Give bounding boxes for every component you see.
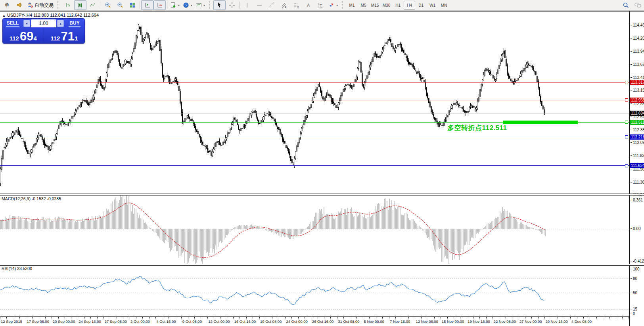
alert-horn-button[interactable]	[13, 0, 25, 10]
line-chart-button[interactable]	[86, 0, 99, 10]
price-line-badge: 111.634	[630, 163, 644, 168]
scale-tick-label: 113.675	[631, 62, 644, 67]
indicators-dropdown-icon[interactable]: ▾	[178, 4, 180, 7]
timeframe-m30-button[interactable]: M30	[381, 1, 392, 10]
collapse-panel-icon[interactable]: ▲	[2, 14, 6, 17]
arrows-dropdown-icon[interactable]: ▾	[336, 4, 338, 7]
svg-text:E: E	[285, 6, 286, 8]
lot-size-input[interactable]: 1.00	[31, 19, 56, 27]
scale-tick-label: 0	[631, 312, 635, 316]
time-tick-label: 29 Nov 16:00	[545, 319, 568, 324]
search-button[interactable]	[619, 0, 632, 10]
timeframe-h1-button[interactable]: H1	[392, 1, 404, 10]
time-tick-label: 4 Dec 08:00	[571, 319, 592, 324]
scale-tick-label: 114.205	[631, 36, 644, 40]
indicators-button[interactable]: ▾	[169, 0, 181, 10]
scale-tick-label: 80	[631, 276, 637, 281]
templates-button[interactable]: ▾	[194, 0, 207, 10]
time-tick-label: 17 Sep 08:00	[27, 319, 49, 324]
scale-tick-label: 112.095	[631, 140, 644, 145]
time-tick-label: 19 Nov 16:00	[468, 319, 490, 324]
timeframe-m5-button[interactable]: M5	[358, 1, 369, 10]
svg-text:F: F	[297, 6, 299, 8]
time-tick-label: 24 Oct 00:00	[286, 319, 307, 324]
fibonacci-retracement-icon: F	[293, 2, 299, 8]
time-tick-label: 7 Nov 16:00	[390, 319, 410, 324]
svg-text:A: A	[307, 3, 310, 8]
sell-price[interactable]: 112694	[3, 28, 44, 43]
scale-tick-label: 113.410	[631, 75, 644, 80]
templates-dropdown-icon[interactable]: ▾	[203, 4, 205, 7]
chart-canvas[interactable]	[0, 12, 629, 326]
timeframe-m1-button[interactable]: M1	[346, 1, 358, 10]
autotrading-icon	[27, 2, 33, 8]
scale-tick-label: 111.830	[631, 153, 644, 158]
tile-windows-button[interactable]	[126, 0, 138, 10]
candlestick-chart-icon	[77, 2, 84, 8]
shift-end-of-chart-icon	[144, 2, 151, 8]
tile-windows-icon	[129, 2, 136, 8]
chat-icon	[634, 2, 642, 8]
zoom-in-button[interactable]	[102, 0, 114, 10]
price-line-badge: 113.317	[630, 80, 644, 85]
buy-button[interactable]: BUY	[65, 19, 84, 28]
bar-chart-icon	[65, 2, 71, 8]
toolbar-grip[interactable]	[342, 1, 345, 9]
timeframe-h4-button[interactable]: H4	[404, 1, 415, 10]
arrows-button[interactable]: ▾	[327, 0, 339, 10]
price-scale[interactable]: 114.465114.205113.940113.675113.410113.1…	[629, 12, 644, 326]
sell-button[interactable]: SELL	[3, 19, 23, 28]
time-tick-label: 12 Sep 2018	[1, 319, 22, 324]
buy-price[interactable]: 112711	[44, 28, 85, 43]
price-line-badge: 112.694	[630, 111, 644, 116]
horizontal-line-button[interactable]	[253, 0, 265, 10]
timeframe-m15-button[interactable]: M15	[369, 1, 381, 10]
timeframe-mn-button[interactable]: MN	[438, 1, 450, 10]
periods-icon	[183, 2, 189, 8]
vertical-line-button[interactable]	[241, 0, 253, 10]
periods-button[interactable]: ▾	[181, 0, 194, 10]
equidistant-channel-button[interactable]: E	[278, 0, 290, 10]
new-order-button[interactable]: 单	[1, 0, 13, 10]
toolbar-separator	[239, 2, 240, 9]
toolbar-grip[interactable]	[58, 1, 60, 9]
crosshair-button[interactable]	[226, 0, 238, 10]
time-axis[interactable]: 12 Sep 201817 Sep 08:0020 Sep 00:0024 Se…	[0, 319, 629, 326]
indicators-icon	[170, 2, 176, 8]
pivot-annotation: 多空转折点112.511	[447, 123, 507, 132]
timeframe-d1-button[interactable]: D1	[415, 1, 427, 10]
price-line-badge: 112.511	[630, 120, 644, 125]
zoom-out-button[interactable]	[114, 0, 126, 10]
lot-decrease-button[interactable]: ▼	[23, 20, 30, 27]
trendline-button[interactable]	[265, 0, 278, 10]
cursor-button[interactable]	[213, 0, 226, 10]
equidistant-channel-icon: E	[281, 2, 287, 8]
candlestick-chart-button[interactable]	[74, 0, 86, 10]
time-tick-label: 27 Nov 00:00	[519, 319, 542, 324]
alert-horn-icon	[16, 2, 23, 8]
one-click-trading-panel: SELL ▼ 1.00 ▲ BUY 112694 112711	[2, 18, 85, 44]
scale-tick-label: 114.465	[631, 23, 644, 27]
scale-tick-label: 100	[631, 267, 640, 271]
time-tick-label: 12 Nov 08:00	[416, 319, 438, 324]
pane-divider[interactable]	[0, 264, 644, 266]
time-tick-label: 22 Nov 08:00	[494, 319, 516, 324]
chat-button[interactable]	[632, 0, 644, 10]
time-tick-label: 15 Nov 00:00	[442, 319, 464, 324]
autotrading-button[interactable]: 自动交易	[25, 0, 55, 10]
fibonacci-retracement-button[interactable]: F	[290, 0, 302, 10]
bar-chart-button[interactable]	[62, 0, 74, 10]
toolbar: 单自动交易▾▾▾EFAT▾M1M5M15M30H1H4D1W1MN	[0, 0, 644, 11]
text-label-button[interactable]: T	[314, 0, 327, 10]
auto-scroll-button[interactable]	[153, 0, 166, 10]
lot-increase-button[interactable]: ▲	[57, 20, 64, 27]
auto-scroll-icon	[157, 2, 163, 8]
timeframe-w1-button[interactable]: W1	[427, 1, 438, 10]
pane-divider[interactable]	[0, 194, 644, 196]
macd-indicator-label: MACD(12,26,9) -0.1532 -0.0285	[2, 196, 61, 201]
trendline-icon	[268, 2, 275, 8]
text-button[interactable]: A	[302, 0, 314, 10]
periods-dropdown-icon[interactable]: ▾	[191, 4, 192, 7]
toolbar-grip[interactable]	[209, 1, 212, 9]
shift-end-of-chart-button[interactable]	[141, 0, 153, 10]
